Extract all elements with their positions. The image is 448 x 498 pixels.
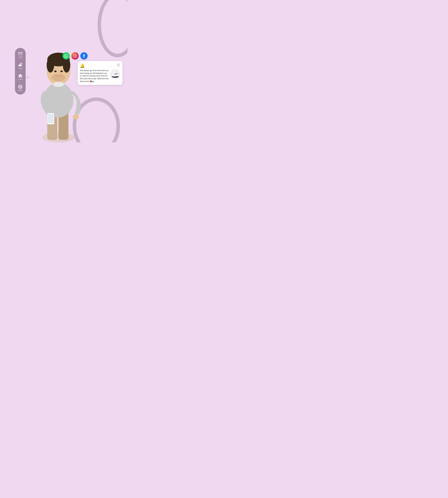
website-icon [18, 84, 23, 89]
social-icon: ♥ + [18, 62, 23, 67]
svg-text:+: + [20, 63, 21, 64]
close-button[interactable] [117, 63, 120, 67]
instagram-button[interactable] [71, 52, 79, 60]
svg-point-10 [60, 70, 63, 72]
notification-body: Hey champ! 👟 Those slick kicks you were … [80, 69, 120, 83]
email-icon [18, 51, 23, 56]
decorative-arc-top [97, 0, 128, 57]
svg-point-8 [63, 58, 70, 73]
svg-point-11 [52, 74, 65, 81]
sidebar-item-website[interactable]: Website [17, 83, 24, 92]
svg-text:♥: ♥ [21, 63, 22, 64]
website-label: Website [18, 89, 23, 91]
store-icon [18, 73, 23, 78]
sidebar-item-social[interactable]: ♥ + Social [17, 61, 24, 70]
svg-rect-26 [21, 76, 22, 76]
notification-card: 🔔 Hey champ! 👟 Those slick kicks you wer… [78, 61, 122, 85]
svg-point-16 [53, 82, 64, 87]
product-image [110, 69, 120, 79]
connector-line [26, 77, 29, 78]
sidebar-panel: E-Mail ♥ + Social [15, 48, 26, 95]
social-label: Social [18, 67, 22, 69]
person-image [29, 34, 88, 142]
instore-label: In Store [18, 78, 23, 80]
svg-point-7 [47, 58, 54, 73]
whatsapp-button[interactable] [63, 52, 70, 60]
svg-rect-14 [48, 114, 53, 123]
email-label: E-Mail [18, 56, 22, 58]
facebook-button[interactable] [80, 52, 88, 60]
notification-text: Hey champ! 👟 Those slick kicks you were … [80, 69, 109, 83]
bell-icon: 🔔 [80, 63, 85, 68]
svg-point-15 [73, 114, 79, 119]
svg-rect-24 [20, 76, 21, 78]
notification-header: 🔔 [80, 63, 120, 68]
sidebar-item-email[interactable]: E-Mail [17, 50, 24, 59]
svg-rect-25 [19, 76, 20, 76]
sidebar-item-instore[interactable]: In Store [17, 72, 24, 81]
svg-point-9 [54, 70, 57, 72]
svg-point-36 [117, 75, 119, 76]
social-channels-row [63, 52, 88, 60]
svg-marker-23 [18, 74, 22, 75]
